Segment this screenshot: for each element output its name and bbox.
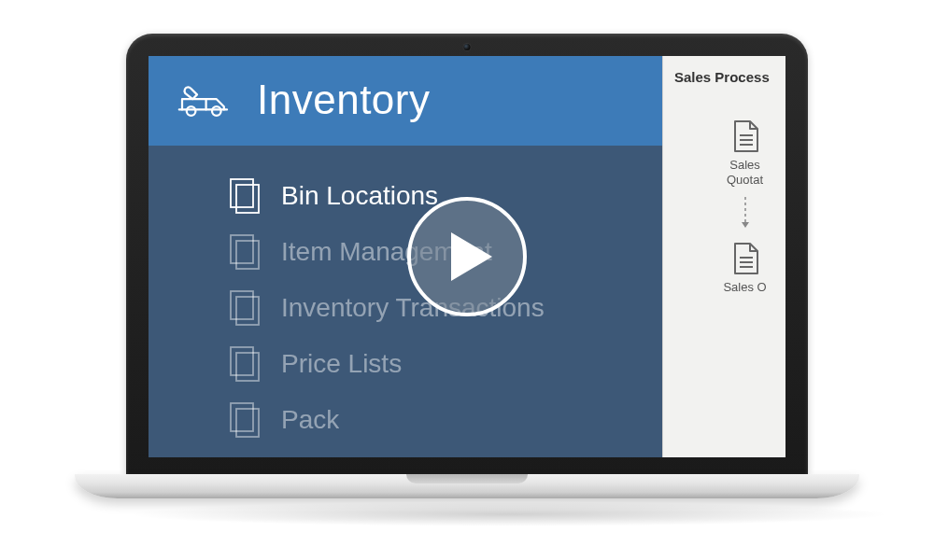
side-panel-title: Sales Process: [663, 69, 770, 85]
menu-label: Bin Locations: [281, 181, 438, 211]
folder-icon: [229, 289, 261, 327]
svg-rect-11: [236, 409, 259, 437]
laptop-mockup: Inventory Bin Locations: [126, 34, 808, 526]
screen: Inventory Bin Locations: [149, 56, 785, 457]
arrow-down-icon: [700, 196, 750, 230]
menu-item-price-lists[interactable]: Price Lists: [149, 336, 662, 392]
svg-rect-2: [231, 179, 253, 207]
page-title: Inventory: [257, 77, 430, 123]
svg-rect-7: [236, 297, 259, 325]
process-step-sales-quotation[interactable]: Sales Quotat: [663, 119, 785, 187]
svg-point-0: [187, 106, 196, 116]
play-button[interactable]: [407, 197, 527, 316]
menu-item-inventory-transactions[interactable]: Inventory Transactions: [149, 280, 662, 336]
svg-rect-3: [236, 185, 259, 213]
laptop-frame: Inventory Bin Locations: [126, 34, 808, 474]
menu-list: Bin Locations Item Management: [149, 146, 662, 457]
svg-rect-5: [236, 241, 259, 269]
process-label: Sales O: [723, 280, 766, 295]
svg-rect-4: [231, 235, 253, 263]
side-panel: Sales Process Sales: [662, 56, 785, 457]
laptop-shadow: [126, 502, 892, 526]
folder-icon: [229, 345, 261, 383]
play-icon: [449, 231, 494, 283]
truck-wrench-icon: [175, 81, 234, 119]
menu-item-pack[interactable]: Pack: [149, 392, 662, 448]
svg-rect-8: [231, 347, 253, 375]
document-icon: [729, 119, 761, 154]
main-panel: Inventory Bin Locations: [149, 56, 662, 457]
menu-item-item-management[interactable]: Item Management: [149, 224, 662, 280]
svg-rect-6: [231, 291, 253, 319]
menu-item-bin-locations[interactable]: Bin Locations: [149, 168, 662, 224]
camera-icon: [464, 44, 471, 50]
process-step-sales-order[interactable]: Sales O: [663, 241, 785, 295]
laptop-base: [75, 474, 859, 498]
svg-rect-10: [231, 403, 253, 431]
folder-icon: [229, 177, 261, 215]
folder-icon: [229, 233, 261, 271]
svg-point-1: [212, 106, 221, 116]
svg-rect-9: [236, 353, 259, 381]
document-icon: [729, 241, 761, 276]
svg-marker-19: [451, 232, 492, 281]
header: Inventory: [149, 56, 662, 146]
process-label: Sales Quotat: [727, 158, 763, 187]
menu-label: Pack: [281, 405, 339, 435]
folder-icon: [229, 401, 261, 439]
menu-label: Price Lists: [281, 349, 402, 379]
